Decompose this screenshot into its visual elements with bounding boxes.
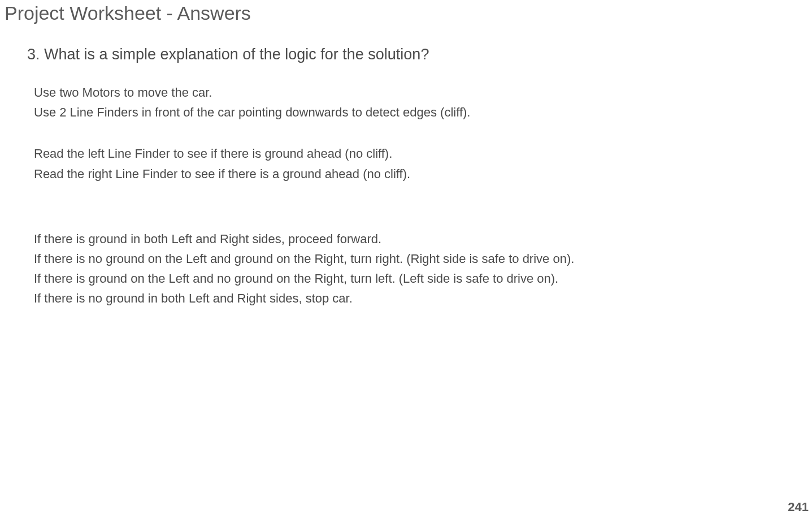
answer-line: If there is no ground in both Left and R… [34, 288, 812, 308]
answer-block: Use two Motors to move the car. Use 2 Li… [0, 63, 812, 309]
page-title: Project Worksheet - Answers [0, 0, 812, 24]
answer-line: Use 2 Line Finders in front of the car p… [34, 102, 812, 122]
answer-line: Use two Motors to move the car. [34, 83, 812, 102]
answer-line: Read the left Line Finder to see if ther… [34, 144, 812, 163]
answer-line: If there is no ground on the Left and gr… [34, 249, 812, 269]
question-text: 3. What is a simple explanation of the l… [0, 24, 812, 63]
answer-line: If there is ground on the Left and no gr… [34, 269, 812, 288]
answer-line: Read the right Line Finder to see if the… [34, 164, 812, 184]
page-number: 241 [788, 500, 809, 515]
answer-line: If there is ground in both Left and Righ… [34, 229, 812, 249]
